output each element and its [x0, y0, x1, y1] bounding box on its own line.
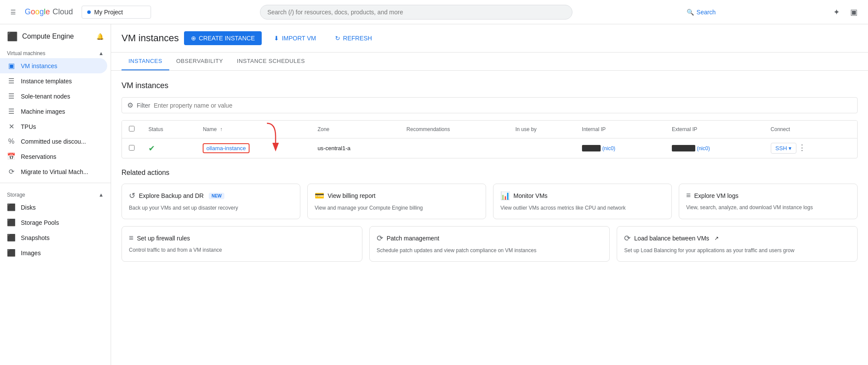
refresh-button[interactable]: ↻ REFRESH: [328, 31, 379, 45]
filter-input[interactable]: [154, 102, 852, 109]
row-zone-cell: us-central1-a: [311, 138, 400, 158]
monitor-desc: View outlier VMs across metrics like CPU…: [500, 204, 664, 212]
firewall-icon: ≡: [129, 233, 134, 243]
col-in-use-by: In use by: [509, 121, 575, 138]
patch-title: Patch management: [387, 235, 439, 242]
tab-instance-schedules[interactable]: INSTANCE SCHEDULES: [230, 53, 312, 70]
sidebar-item-vm-instances[interactable]: ▣ VM instances: [0, 58, 107, 73]
filter-icon: ⚙: [127, 101, 133, 109]
internal-ip-redacted: [582, 145, 601, 151]
sidebar-item-reservations[interactable]: 📅 Reservations: [0, 149, 107, 164]
create-instance-button[interactable]: ⊕ CREATE INSTANCE: [184, 31, 262, 45]
sidebar-item-snapshots[interactable]: ⬛ Snapshots: [0, 230, 107, 245]
ssh-button[interactable]: SSH ▾: [771, 143, 797, 154]
backup-dr-icon: ↺: [129, 191, 135, 201]
ssh-label: SSH: [776, 145, 787, 151]
tab-observability[interactable]: OBSERVABILITY: [169, 53, 230, 70]
sidebar-section-storage-collapse-icon: ▲: [99, 192, 104, 198]
col-zone: Zone: [311, 121, 400, 138]
project-dot: [87, 10, 91, 14]
vm-instances-icon: ▣: [7, 62, 16, 70]
row-recommendations-cell: [400, 138, 509, 158]
search-button[interactable]: 🔍 Search: [681, 5, 721, 19]
row-checkbox-cell: [122, 138, 141, 158]
sidebar-section-storage-label: Storage: [7, 192, 25, 198]
compute-engine-icon: ⬛: [7, 31, 18, 42]
main-layout: ⬛ Compute Engine 🔔 Virtual machines ▲ ▣ …: [0, 24, 868, 365]
topbar: ☰ Google Cloud My Project 🔍 Search ✦ ▣: [0, 0, 868, 24]
sidebar-item-reservations-label: Reservations: [21, 153, 56, 160]
sidebar-item-disks[interactable]: ⬛ Disks: [0, 200, 107, 215]
external-ip-nic-link[interactable]: (nic0): [697, 145, 710, 151]
search-label: Search: [697, 9, 716, 16]
more-options-icon[interactable]: ⋮: [798, 143, 806, 152]
filter-bar: ⚙ Filter: [122, 97, 858, 113]
related-actions-title: Related actions: [122, 169, 858, 177]
filter-label: Filter: [137, 102, 150, 109]
action-card-billing[interactable]: 💳 View billing report View and manage yo…: [307, 184, 486, 219]
sidebar-section-storage[interactable]: Storage ▲: [0, 187, 111, 200]
sidebar-item-migrate[interactable]: ⟳ Migrate to Virtual Mach...: [0, 164, 107, 179]
backup-dr-desc: Back up your VMs and set up disaster rec…: [129, 204, 293, 212]
row-checkbox[interactable]: [129, 145, 135, 151]
sidebar-item-machine-images[interactable]: ☰ Machine images: [0, 104, 107, 119]
monitor-icon: 📊: [500, 191, 510, 201]
row-internal-ip-cell: (nic0): [575, 138, 665, 158]
sidebar-item-disks-label: Disks: [21, 204, 36, 211]
instance-name-link[interactable]: ollama-instance: [203, 143, 249, 153]
sidebar-item-snapshots-label: Snapshots: [21, 234, 49, 241]
action-card-patch-header: ⟳ Patch management: [377, 233, 603, 243]
sidebar-divider: [0, 183, 111, 183]
table-row: ✔ ollama-instance: [122, 138, 857, 158]
search-input[interactable]: [260, 5, 572, 20]
actions-grid-row2: ≡ Set up firewall rules Control traffic …: [122, 226, 858, 262]
instance-templates-icon: ☰: [7, 77, 16, 85]
terminal-icon[interactable]: ▣: [847, 4, 861, 20]
action-card-logs[interactable]: ≡ Explore VM logs View, search, analyze,…: [679, 184, 858, 219]
sidebar-item-instance-templates[interactable]: ☰ Instance templates: [0, 73, 107, 89]
col-name: Name ↑: [196, 121, 310, 138]
sidebar-section-virtual-machines[interactable]: Virtual machines ▲: [0, 45, 111, 58]
sidebar-item-tpus-label: TPUs: [21, 123, 36, 130]
sidebar-item-storage-pools-label: Storage Pools: [21, 219, 59, 226]
sole-tenant-icon: ☰: [7, 92, 16, 100]
import-vm-label: IMPORT VM: [282, 35, 316, 42]
sidebar-item-committed-use[interactable]: % Committed use discou...: [0, 134, 107, 149]
menu-icon[interactable]: ☰: [7, 5, 20, 19]
sidebar-item-images[interactable]: ⬛ Images: [0, 245, 107, 260]
notification-bell-icon[interactable]: 🔔: [96, 33, 104, 40]
internal-ip-nic-link[interactable]: (nic0): [602, 145, 615, 151]
storage-pools-icon: ⬛: [7, 218, 16, 227]
ssh-dropdown-icon[interactable]: ▾: [789, 145, 792, 151]
action-card-patch[interactable]: ⟳ Patch management Schedule patch update…: [369, 226, 610, 262]
select-all-checkbox[interactable]: [129, 126, 135, 132]
backup-dr-title: Explore Backup and DR: [139, 192, 204, 199]
star-icon[interactable]: ✦: [830, 4, 843, 20]
sidebar-item-sole-tenant[interactable]: ☰ Sole-tenant nodes: [0, 89, 107, 104]
action-card-load-balance-header: ⟳ Load balance between VMs ↗: [624, 233, 850, 243]
refresh-label: REFRESH: [343, 35, 372, 42]
action-card-firewall-header: ≡ Set up firewall rules: [129, 233, 355, 243]
create-instance-label: CREATE INSTANCE: [199, 35, 255, 42]
action-card-firewall[interactable]: ≡ Set up firewall rules Control traffic …: [122, 226, 362, 262]
row-connect-cell: SSH ▾ ⋮: [764, 138, 857, 158]
sidebar-item-tpus[interactable]: ✕ TPUs: [0, 119, 107, 134]
col-internal-ip: Internal IP: [575, 121, 665, 138]
import-vm-button[interactable]: ⬇ IMPORT VM: [267, 31, 323, 45]
row-status-cell: ✔: [141, 138, 196, 158]
action-card-billing-header: 💳 View billing report: [315, 191, 479, 201]
firewall-title: Set up firewall rules: [137, 235, 190, 242]
content-header: VM instances ⊕ CREATE INSTANCE ⬇ IMPORT …: [111, 24, 868, 53]
sidebar-item-storage-pools[interactable]: ⬛ Storage Pools: [0, 215, 107, 230]
sidebar-header: ⬛ Compute Engine 🔔: [0, 24, 111, 45]
logs-title: Explore VM logs: [694, 192, 739, 199]
action-card-monitor[interactable]: 📊 Monitor VMs View outlier VMs across me…: [493, 184, 672, 219]
action-card-load-balance[interactable]: ⟳ Load balance between VMs ↗ Set up Load…: [617, 226, 858, 262]
google-wordmark: Google: [25, 7, 50, 16]
table-header-row: Status Name ↑ Zone Recommendations In us…: [122, 121, 857, 138]
action-card-backup-dr[interactable]: ↺ Explore Backup and DR NEW Back up your…: [122, 184, 300, 219]
name-sort-icon[interactable]: ↑: [220, 126, 223, 132]
project-selector[interactable]: My Project: [82, 6, 151, 19]
col-external-ip: External IP: [665, 121, 764, 138]
tab-instances[interactable]: INSTANCES: [122, 53, 169, 70]
